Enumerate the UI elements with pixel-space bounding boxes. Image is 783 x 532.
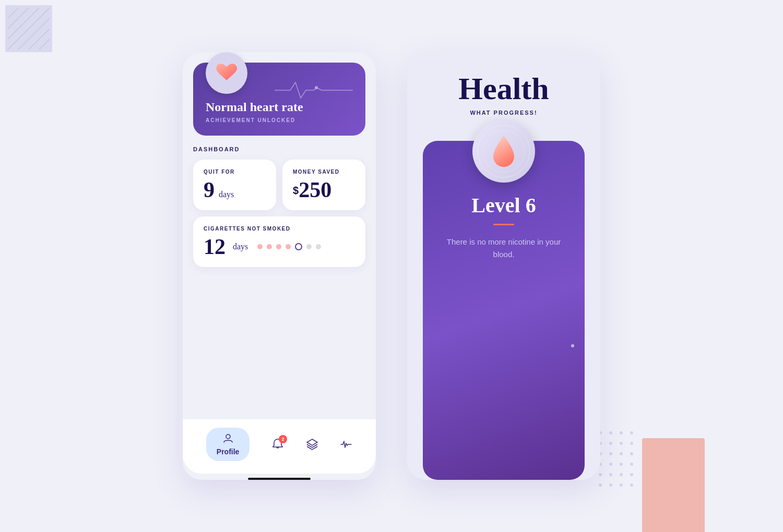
dot-6 <box>306 244 312 249</box>
svg-point-31 <box>315 86 318 89</box>
level-content: Level 6 There is no more nicotine in you… <box>423 193 585 261</box>
ecg-line <box>275 77 353 103</box>
svg-point-35 <box>483 130 525 172</box>
svg-line-4 <box>18 18 50 50</box>
svg-point-21 <box>620 463 623 466</box>
svg-point-12 <box>609 442 612 445</box>
svg-point-24 <box>609 473 612 476</box>
health-subtitle: WHAT PROGRESS! <box>470 110 537 116</box>
bg-diagonal-lines <box>8 8 50 50</box>
svg-line-0 <box>8 8 50 50</box>
money-saved-label: MONEY SAVED <box>293 169 355 175</box>
bottom-nav: Profile 2 <box>183 419 376 474</box>
profile-icon <box>223 433 233 443</box>
level-description: There is no more nicotine in your blood. <box>438 236 569 261</box>
stats-row: QUIT FOR 9 days MONEY SAVED $250 <box>193 160 365 210</box>
svg-point-32 <box>226 434 230 439</box>
dot-1 <box>257 244 263 249</box>
bg-dots <box>595 428 647 490</box>
concentric-circles <box>472 120 535 183</box>
svg-point-18 <box>630 452 633 455</box>
svg-line-3 <box>8 8 18 18</box>
svg-point-9 <box>620 431 623 434</box>
svg-point-25 <box>620 473 623 476</box>
background-decorations <box>0 0 783 532</box>
dot-2 <box>267 244 272 249</box>
dashboard-label: DASHBOARD <box>193 146 365 152</box>
level-divider <box>493 224 514 225</box>
svg-point-30 <box>630 483 633 487</box>
level-title: Level 6 <box>438 193 569 217</box>
phone-right: Health WHAT PROGRESS! 6 / 12 <box>407 52 600 480</box>
svg-point-23 <box>599 473 602 476</box>
svg-point-22 <box>630 463 633 466</box>
svg-point-10 <box>630 431 633 434</box>
phone-left: Normal heart rate ACHIEVEMENT UNLOCKED D… <box>183 52 376 480</box>
dot-5-active <box>295 243 302 250</box>
svg-line-2 <box>8 8 29 29</box>
heart-icon <box>216 64 237 82</box>
svg-point-27 <box>599 483 602 487</box>
card-dot-indicator <box>571 344 574 347</box>
svg-point-17 <box>620 452 623 455</box>
money-saved-card: MONEY SAVED $250 <box>282 160 365 210</box>
svg-point-16 <box>609 452 612 455</box>
cigarettes-label: CIGARETTES NOT SMOKED <box>204 226 355 232</box>
quit-for-value: 9 days <box>204 179 266 201</box>
dot-3 <box>276 244 281 249</box>
heart-circle <box>206 52 247 94</box>
cigarettes-card: CIGARETTES NOT SMOKED 12 days <box>193 216 365 267</box>
svg-point-20 <box>609 463 612 466</box>
quit-for-card: QUIT FOR 9 days <box>193 160 276 210</box>
progress-dots <box>257 243 321 250</box>
bg-pink-rectangle <box>642 438 705 532</box>
level-card: Level 6 There is no more nicotine in you… <box>423 141 585 480</box>
svg-line-5 <box>29 29 50 50</box>
svg-point-29 <box>620 483 623 487</box>
dashboard-section: DASHBOARD QUIT FOR 9 days MONEY SAVED $2… <box>183 136 376 419</box>
activity-nav-item[interactable] <box>340 438 352 451</box>
svg-marker-33 <box>307 439 317 445</box>
money-saved-value: $250 <box>293 179 355 201</box>
achievement-subtitle: ACHIEVEMENT UNLOCKED <box>206 117 353 123</box>
cigarettes-row: 12 days <box>204 236 355 258</box>
achievement-card: Normal heart rate ACHIEVEMENT UNLOCKED <box>193 63 365 136</box>
svg-point-8 <box>609 431 612 434</box>
svg-point-28 <box>609 483 612 487</box>
notification-badge: 2 <box>279 435 287 443</box>
svg-point-34 <box>478 125 530 177</box>
svg-point-14 <box>630 442 633 445</box>
profile-nav-item[interactable]: Profile <box>206 428 250 461</box>
activity-icon <box>340 438 352 451</box>
svg-point-13 <box>620 442 623 445</box>
health-title: Health <box>458 73 549 104</box>
quit-for-label: QUIT FOR <box>204 169 266 175</box>
layers-icon <box>306 438 318 451</box>
bg-purple-square <box>5 5 52 52</box>
drop-circle <box>472 120 535 183</box>
svg-line-6 <box>39 39 50 50</box>
svg-point-26 <box>630 473 633 476</box>
profile-label: Profile <box>217 448 240 456</box>
layers-nav-item[interactable] <box>306 438 318 451</box>
dot-4 <box>286 244 291 249</box>
dot-7 <box>316 244 321 249</box>
svg-line-1 <box>8 8 39 39</box>
notifications-nav-item[interactable]: 2 <box>271 438 284 451</box>
home-indicator <box>248 478 311 480</box>
